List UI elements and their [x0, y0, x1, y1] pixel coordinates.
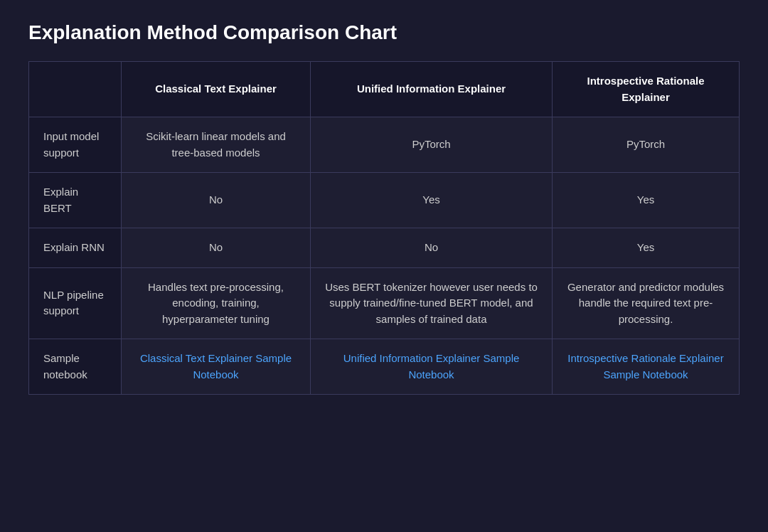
- row-label-4: Sample notebook: [29, 339, 122, 395]
- row-1-col2: Yes: [311, 173, 553, 228]
- row-label-2: Explain RNN: [29, 228, 122, 268]
- table-row: Input model supportScikit-learn linear m…: [29, 117, 740, 173]
- row-2-col3: Yes: [553, 228, 740, 268]
- row-0-col3: PyTorch: [553, 117, 740, 173]
- row-2-col2: No: [311, 228, 553, 268]
- row-label-3: NLP pipeline support: [29, 267, 122, 339]
- page-title: Explanation Method Comparison Chart: [28, 21, 740, 44]
- row-1-col3: Yes: [553, 173, 740, 228]
- table-header-empty: [29, 62, 122, 117]
- table-row: Explain BERTNoYesYes: [29, 173, 740, 228]
- link-4-col2[interactable]: Unified Information Explainer Sample Not…: [343, 352, 520, 381]
- row-4-col3[interactable]: Introspective Rationale Explainer Sample…: [553, 339, 740, 395]
- row-0-col1: Scikit-learn linear models and tree-base…: [122, 117, 311, 173]
- row-1-col1: No: [122, 173, 311, 228]
- row-4-col1[interactable]: Classical Text Explainer Sample Notebook: [122, 339, 311, 395]
- table-row: Sample notebookClassical Text Explainer …: [29, 339, 740, 395]
- table-header-col3: Introspective Rationale Explainer: [553, 62, 740, 117]
- row-label-1: Explain BERT: [29, 173, 122, 228]
- comparison-table: Classical Text Explainer Unified Informa…: [28, 61, 740, 395]
- row-3-col1: Handles text pre-processing, encoding, t…: [122, 267, 311, 339]
- table-header-col1: Classical Text Explainer: [122, 62, 311, 117]
- row-label-0: Input model support: [29, 117, 122, 173]
- row-2-col1: No: [122, 228, 311, 268]
- link-4-col1[interactable]: Classical Text Explainer Sample Notebook: [140, 352, 292, 381]
- table-row: NLP pipeline supportHandles text pre-pro…: [29, 267, 740, 339]
- table-row: Explain RNNNoNoYes: [29, 228, 740, 268]
- row-3-col3: Generator and predictor modules handle t…: [553, 267, 740, 339]
- table-header-col2: Unified Information Explainer: [311, 62, 553, 117]
- link-4-col3[interactable]: Introspective Rationale Explainer Sample…: [567, 352, 723, 381]
- row-4-col2[interactable]: Unified Information Explainer Sample Not…: [311, 339, 553, 395]
- row-3-col2: Uses BERT tokenizer however user needs t…: [311, 267, 553, 339]
- row-0-col2: PyTorch: [311, 117, 553, 173]
